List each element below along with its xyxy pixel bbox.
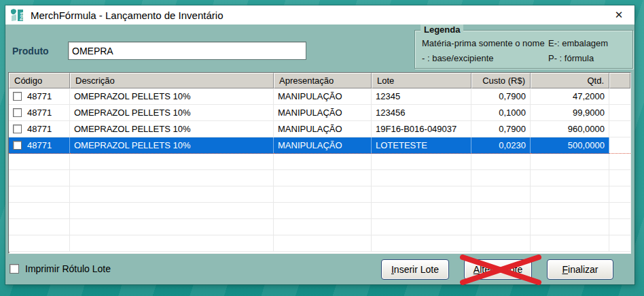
title-bar: hos MerchFórmula - Lançamento de Inventá… [5,5,634,24]
cell-codigo: 48771 [27,108,52,118]
row-checkbox[interactable] [13,108,22,117]
cell-apresentacao: MANIPULAÇÃO [274,105,372,121]
table-row-empty [9,235,630,252]
table-row-empty [9,154,630,170]
cell-apresentacao: MANIPULAÇÃO [274,88,372,105]
col-header-filler [609,73,630,88]
cell-lote: 123456 [372,105,471,121]
cell-codigo: 48771 [27,140,52,150]
row-checkbox[interactable] [13,125,22,133]
col-header-codigo: Código [9,73,70,88]
col-header-lote: Lote [372,73,471,88]
cell-qtd: 47,2000 [531,88,609,105]
cell-lote: LOTETESTE [372,137,471,154]
cell-qtd: 99,9000 [531,105,609,121]
col-header-apresentacao: Apresentação [274,73,372,88]
legend-item: E-: embalagem [548,37,628,50]
produto-label: Produto [12,46,49,56]
table-row[interactable]: 48771 OMEPRAZOL PELLETS 10% MANIPULAÇÃO … [9,88,630,105]
produto-input[interactable] [68,42,306,60]
alterar-lote-button[interactable]: Alterar Lote [464,259,532,280]
table-row-empty [9,186,630,203]
cell-codigo: 48771 [27,124,52,134]
app-logo-icon: hos [10,7,24,22]
col-header-descricao: Descrição [70,73,274,88]
row-checkbox[interactable] [13,92,22,101]
window-body: Produto Legenda Matéria-prima somente o … [5,24,634,284]
cell-custo: 0,1000 [471,105,531,121]
table-row-empty [9,203,630,219]
table-row[interactable]: 48771 OMEPRAZOL PELLETS 10% MANIPULAÇÃO … [9,105,630,121]
legend-title: Legenda [421,24,463,35]
svg-text:hos: hos [19,12,24,20]
cell-descricao: OMEPRAZOL PELLETS 10% [70,121,274,137]
col-header-qtd: Qtd. [531,73,609,88]
table-row-empty [9,219,630,235]
col-header-custo: Custo (R$) [471,73,531,88]
finalizar-button[interactable]: Finalizar [547,259,613,280]
app-window: hos MerchFórmula - Lançamento de Inventá… [5,5,634,284]
table-row-empty [9,170,630,186]
table-row[interactable]: 48771 OMEPRAZOL PELLETS 10% MANIPULAÇÃO … [9,137,630,154]
legend-groupbox: Legenda Matéria-prima somente o nome E-:… [414,30,633,69]
cell-lote: 19F16-B016-049037 [372,121,471,137]
cell-descricao: OMEPRAZOL PELLETS 10% [70,137,274,154]
cell-lote: 12345 [372,88,471,105]
cell-codigo: 48771 [27,91,52,101]
checkbox-box-icon[interactable] [10,264,19,274]
legend-item: P- : fórmula [548,52,628,65]
desktop-background: hos MerchFórmula - Lançamento de Inventá… [0,0,644,296]
inventory-grid: Código Descrição Apresentação Lote Custo… [8,72,631,254]
cell-apresentacao: MANIPULAÇÃO [274,121,372,137]
cell-descricao: OMEPRAZOL PELLETS 10% [70,105,274,121]
inserir-lote-button[interactable]: Inserir Lote [381,259,449,280]
cell-custo: 0,7900 [471,88,531,105]
window-title: MerchFórmula - Lançamento de Inventário [31,10,223,21]
legend-item: - : base/excipiente [422,52,545,65]
cell-custo: 0,0230 [471,137,531,154]
cell-custo: 0,7900 [471,121,531,137]
legend-item: Matéria-prima somente o nome [422,37,545,50]
cell-descricao: OMEPRAZOL PELLETS 10% [70,88,274,105]
table-header-row: Código Descrição Apresentação Lote Custo… [9,73,630,88]
cell-apresentacao: MANIPULAÇÃO [274,137,372,154]
checkbox-label: Imprimir Rótulo Lote [25,263,111,274]
row-checkbox[interactable] [13,141,22,150]
cell-qtd: 960,0000 [531,121,609,137]
imprimir-rotulo-checkbox[interactable]: Imprimir Rótulo Lote [10,263,111,274]
table-row[interactable]: 48771 OMEPRAZOL PELLETS 10% MANIPULAÇÃO … [9,121,630,137]
cell-qtd: 500,0000 [531,137,609,154]
close-icon[interactable]: ✕ [606,6,632,24]
